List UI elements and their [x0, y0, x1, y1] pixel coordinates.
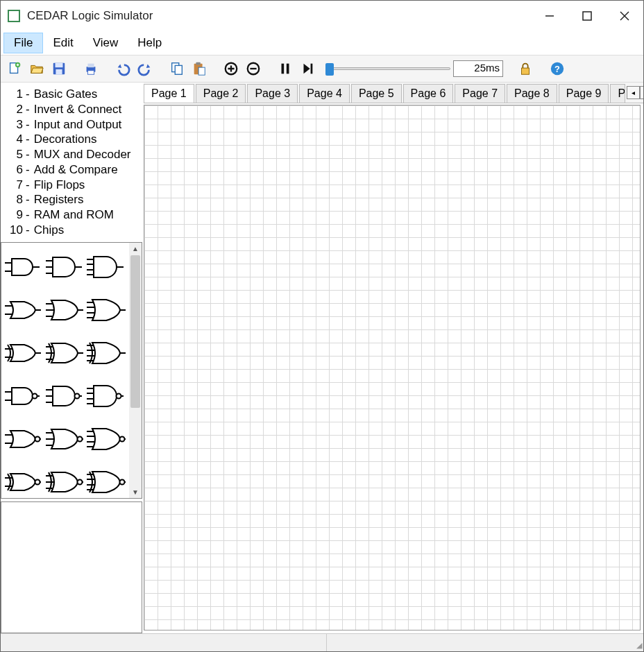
time-step-field[interactable]: 25ms: [453, 60, 503, 77]
tab-scroll-left-button[interactable]: ◂: [627, 86, 640, 99]
tab-page-1[interactable]: Page 1: [144, 84, 194, 103]
undo-button[interactable]: [113, 59, 133, 78]
tab-page-5[interactable]: Page 5: [351, 84, 402, 103]
gate-nand-2-icon[interactable]: [5, 382, 44, 413]
svg-rect-46: [311, 64, 313, 74]
scroll-down-icon[interactable]: ▼: [129, 486, 142, 498]
title-bar: CEDAR Logic Simulator: [1, 1, 643, 31]
save-button[interactable]: [49, 59, 69, 78]
gate-palette: ▲ ▼: [1, 242, 142, 499]
gate-or-2-icon[interactable]: [5, 296, 44, 327]
menu-view[interactable]: View: [83, 33, 128, 53]
page-tab-strip: Page 1 Page 2 Page 3 Page 4 Page 5 Page …: [144, 83, 643, 103]
new-file-button[interactable]: [5, 59, 24, 78]
window-title: CEDAR Logic Simulator: [27, 9, 531, 23]
category-item[interactable]: 1-Basic Gates: [5, 87, 141, 102]
tab-page-3[interactable]: Page 3: [247, 84, 298, 103]
scroll-up-icon[interactable]: ▲: [129, 243, 142, 255]
circuit-canvas[interactable]: [144, 105, 641, 630]
category-item[interactable]: 7-Flip Flops: [5, 178, 141, 193]
svg-rect-32: [56, 63, 63, 67]
gate-xor-4-icon[interactable]: [87, 339, 126, 370]
app-icon: [8, 10, 20, 22]
print-button[interactable]: [81, 59, 101, 78]
toolbar: 25ms ?: [1, 55, 643, 83]
svg-rect-38: [175, 65, 182, 74]
palette-scrollbar[interactable]: ▲ ▼: [129, 243, 142, 499]
zoom-out-button[interactable]: [244, 59, 263, 78]
category-item[interactable]: 8-Registers: [5, 192, 141, 207]
gate-xor-3-icon[interactable]: [46, 339, 85, 370]
svg-rect-41: [198, 67, 205, 75]
svg-rect-26: [583, 12, 591, 20]
category-item[interactable]: 6-Add & Compare: [5, 162, 141, 178]
gate-nand-3-icon[interactable]: [46, 382, 85, 413]
gate-preview-panel: [1, 501, 142, 633]
tab-page-6[interactable]: Page 6: [403, 84, 454, 103]
gate-nor-4-icon[interactable]: [87, 425, 126, 456]
gate-nor-2-icon[interactable]: [5, 425, 44, 456]
gate-nand-4-icon[interactable]: [87, 382, 126, 413]
tab-page-9[interactable]: Page 9: [559, 84, 609, 103]
tab-page-8[interactable]: Page 8: [507, 84, 557, 103]
minimize-button[interactable]: [531, 1, 568, 31]
category-item[interactable]: 10-Chips: [5, 223, 141, 238]
close-button[interactable]: [606, 1, 643, 31]
help-button[interactable]: ?: [548, 59, 567, 78]
gate-and-4-icon[interactable]: [87, 253, 126, 284]
resize-grip-icon[interactable]: ◢: [629, 634, 643, 651]
open-file-button[interactable]: [27, 59, 46, 78]
svg-rect-33: [56, 69, 62, 74]
copy-button[interactable]: [167, 59, 187, 78]
category-item[interactable]: 4-Decorations: [5, 132, 141, 147]
svg-rect-40: [196, 62, 200, 65]
svg-rect-35: [87, 64, 94, 68]
tab-page-10[interactable]: Page 10: [610, 84, 625, 103]
tab-page-7[interactable]: Page 7: [455, 84, 505, 103]
gate-nor-3-icon[interactable]: [46, 425, 85, 456]
maximize-button[interactable]: [568, 1, 606, 31]
category-item[interactable]: 2-Invert & Connect: [5, 102, 141, 117]
tab-page-4[interactable]: Page 4: [299, 84, 350, 103]
status-bar: ◢: [1, 633, 643, 651]
gate-xnor-2-icon[interactable]: [5, 468, 44, 499]
menu-file[interactable]: File: [3, 33, 43, 53]
svg-rect-45: [287, 64, 289, 74]
tab-page-2[interactable]: Page 2: [196, 84, 246, 103]
category-item[interactable]: 3-Input and Output: [5, 117, 141, 132]
menu-help[interactable]: Help: [128, 33, 171, 53]
zoom-in-button[interactable]: [221, 59, 241, 78]
pause-button[interactable]: [276, 59, 295, 78]
svg-text:?: ?: [554, 64, 560, 74]
lock-button[interactable]: [516, 59, 535, 78]
speed-slider[interactable]: [325, 62, 450, 76]
gate-xnor-4-icon[interactable]: [87, 468, 126, 499]
menu-bar: File Edit View Help: [1, 31, 643, 55]
category-list: 1-Basic Gates 2-Invert & Connect 3-Input…: [1, 83, 144, 241]
gate-and-2-icon[interactable]: [5, 253, 44, 284]
gate-or-4-icon[interactable]: [87, 296, 126, 327]
paste-button[interactable]: [189, 59, 209, 78]
gate-or-3-icon[interactable]: [46, 296, 85, 327]
svg-rect-36: [87, 71, 94, 75]
scroll-thumb[interactable]: [130, 255, 140, 408]
gate-and-3-icon[interactable]: [46, 253, 85, 284]
category-item[interactable]: 9-RAM and ROM: [5, 207, 141, 223]
redo-button[interactable]: [135, 59, 155, 78]
menu-edit[interactable]: Edit: [43, 33, 83, 53]
gate-xor-2-icon[interactable]: [5, 339, 44, 370]
gate-xnor-3-icon[interactable]: [46, 468, 85, 499]
tab-scroll-right-button[interactable]: ▸: [640, 86, 644, 99]
category-item[interactable]: 5-MUX and Decoder: [5, 147, 141, 162]
svg-rect-44: [282, 64, 285, 74]
svg-rect-47: [522, 68, 529, 74]
step-button[interactable]: [298, 59, 317, 78]
